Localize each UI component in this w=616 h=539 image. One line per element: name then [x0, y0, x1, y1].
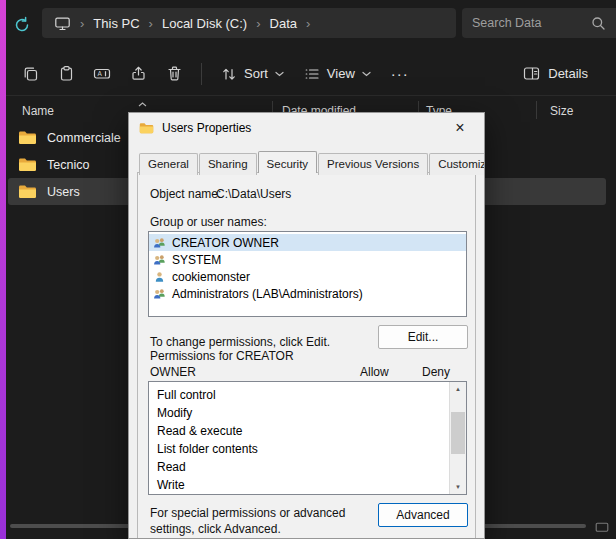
- breadcrumb-item-this-pc[interactable]: This PC: [93, 16, 139, 31]
- tab-customize[interactable]: Customize: [429, 153, 485, 175]
- edit-button[interactable]: Edit...: [378, 325, 468, 349]
- column-divider[interactable]: [536, 101, 537, 119]
- rename-button[interactable]: A: [84, 57, 120, 91]
- column-header-name[interactable]: Name: [22, 104, 54, 118]
- file-name: Commerciale: [47, 131, 121, 145]
- tab-sharing[interactable]: Sharing: [199, 153, 257, 175]
- deny-column-label: Deny: [422, 365, 450, 379]
- more-options-button[interactable]: ···: [381, 65, 419, 82]
- permission-row-full-control[interactable]: Full control: [149, 386, 466, 404]
- sort-icon: [221, 66, 237, 82]
- list-item-system[interactable]: SYSTEM: [149, 251, 466, 268]
- security-tab-page: Object name: C:\Data\Users Group or user…: [137, 172, 476, 539]
- breadcrumb-item-local-disk-c[interactable]: Local Disk (C:): [162, 16, 247, 31]
- refresh-button[interactable]: [11, 14, 33, 36]
- paste-icon: [58, 65, 75, 82]
- advanced-button[interactable]: Advanced: [378, 503, 468, 527]
- details-pane-button[interactable]: Details: [513, 57, 598, 91]
- group-name: cookiemonster: [172, 270, 250, 284]
- scroll-down-icon[interactable]: ▼: [450, 480, 466, 494]
- trash-icon: [166, 65, 183, 82]
- search-box[interactable]: [462, 8, 616, 38]
- scroll-up-icon[interactable]: ▲: [450, 382, 466, 396]
- rename-icon: A: [93, 65, 111, 82]
- permission-row-write[interactable]: Write: [149, 476, 466, 494]
- advanced-settings-hint: For special permissions or advanced sett…: [150, 505, 385, 537]
- sort-ascending-icon: [138, 96, 147, 110]
- view-label: View: [327, 66, 355, 81]
- users-properties-dialog: Users Properties × General Sharing Secur…: [128, 112, 485, 539]
- group-user-names-list: CREATOR OWNER SYSTEM c: [148, 231, 467, 317]
- status-bar-view-icon[interactable]: [595, 520, 609, 538]
- share-button[interactable]: [120, 57, 156, 91]
- list-item-creator-owner[interactable]: CREATOR OWNER: [149, 234, 466, 251]
- chevron-down-icon: [275, 71, 284, 77]
- breadcrumb-chevron-icon: ›: [80, 17, 84, 30]
- permission-row-modify[interactable]: Modify: [149, 404, 466, 422]
- refresh-icon: [13, 16, 31, 34]
- view-icon: [304, 66, 320, 82]
- permission-row-read[interactable]: Read: [149, 458, 466, 476]
- share-icon: [130, 65, 147, 82]
- user-group-icon: [153, 254, 166, 266]
- edit-permissions-hint: To change permissions, click Edit.: [150, 335, 330, 349]
- dialog-title-bar[interactable]: Users Properties ×: [129, 113, 484, 143]
- folder-icon: [139, 122, 154, 134]
- folder-icon: [18, 184, 37, 199]
- permissions-list: Full control Modify Read & execute List …: [148, 381, 467, 495]
- view-menu-button[interactable]: View: [294, 57, 381, 91]
- group-name: Administrators (LAB\Administrators): [172, 287, 363, 301]
- dialog-title: Users Properties: [162, 121, 251, 135]
- group-name: CREATOR OWNER: [172, 236, 279, 250]
- copy-button[interactable]: [12, 57, 48, 91]
- user-group-icon: [153, 288, 166, 300]
- paste-button[interactable]: [48, 57, 84, 91]
- breadcrumb-chevron-icon: ›: [256, 17, 260, 30]
- column-header-size[interactable]: Size: [550, 104, 573, 118]
- chevron-down-icon: [362, 71, 371, 77]
- sort-label: Sort: [244, 66, 268, 81]
- this-pc-icon[interactable]: [54, 16, 71, 31]
- user-group-icon: [153, 237, 166, 249]
- tab-general[interactable]: General: [139, 153, 198, 175]
- search-input[interactable]: [472, 16, 591, 30]
- sort-menu-button[interactable]: Sort: [211, 57, 294, 91]
- command-toolbar: A Sort View ···: [6, 52, 616, 96]
- object-name-value: C:\Data\Users: [216, 187, 291, 201]
- folder-icon: [18, 157, 37, 172]
- window-accent-strip: [0, 0, 6, 539]
- delete-button[interactable]: [156, 57, 192, 91]
- details-pane-icon: [523, 66, 540, 81]
- search-icon: [591, 16, 606, 31]
- list-item-cookiemonster[interactable]: cookiemonster: [149, 268, 466, 285]
- details-label: Details: [548, 66, 588, 81]
- group-user-names-label: Group or user names:: [150, 215, 267, 229]
- group-name: SYSTEM: [172, 253, 221, 267]
- copy-icon: [22, 65, 39, 82]
- tab-security[interactable]: Security: [258, 151, 318, 173]
- user-icon: [153, 271, 166, 283]
- svg-text:A: A: [97, 70, 102, 77]
- permissions-scrollbar[interactable]: ▲ ▼: [449, 382, 466, 494]
- tab-previous-versions[interactable]: Previous Versions: [318, 153, 428, 175]
- close-icon[interactable]: ×: [446, 116, 474, 140]
- toolbar-divider: [201, 63, 202, 85]
- allow-column-label: Allow: [360, 365, 389, 379]
- permission-row-read-execute[interactable]: Read & execute: [149, 422, 466, 440]
- breadcrumb-chevron-icon: ›: [149, 17, 153, 30]
- file-name: Tecnico: [47, 158, 89, 172]
- file-name: Users: [47, 185, 80, 199]
- dialog-tab-strip: General Sharing Security Previous Versio…: [139, 151, 485, 173]
- breadcrumb-item-data[interactable]: Data: [270, 16, 297, 31]
- folder-icon: [18, 130, 37, 145]
- list-item-administrators[interactable]: Administrators (LAB\Administrators): [149, 285, 466, 302]
- permission-row-list-folder-contents[interactable]: List folder contents: [149, 440, 466, 458]
- object-name-label: Object name:: [150, 187, 221, 201]
- scrollbar-thumb[interactable]: [451, 412, 465, 454]
- breadcrumb: › This PC › Local Disk (C:) › Data ›: [42, 8, 456, 38]
- permissions-for-label: Permissions for CREATOR OWNER: [150, 349, 300, 380]
- breadcrumb-chevron-icon: ›: [306, 17, 310, 30]
